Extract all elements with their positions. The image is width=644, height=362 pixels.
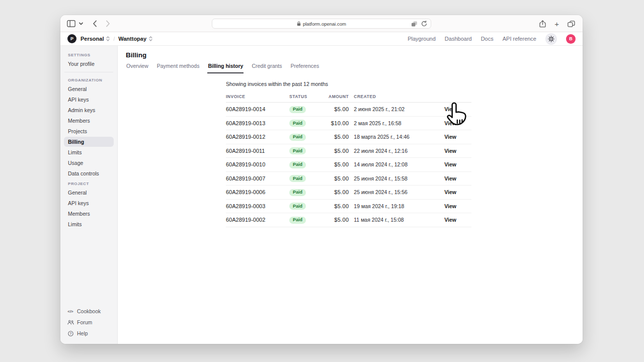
gear-icon	[548, 36, 554, 42]
tab-credit-grants[interactable]: Credit grants	[251, 61, 282, 73]
invoice-id: 60A28919-0006	[226, 186, 289, 200]
svg-text:?: ?	[69, 331, 71, 335]
header-nav: PlaygroundDashboardDocsAPI reference	[408, 36, 536, 42]
url-text: platform.openai.com	[303, 21, 346, 27]
invoice-row: 60A28919-0006 Paid $5.00 25 июня 2024 г.…	[226, 186, 471, 200]
platform-header: P Personal / Wanttopay PlaygroundDashboa…	[60, 32, 583, 46]
reload-icon[interactable]	[421, 21, 427, 27]
status-badge: Paid	[289, 120, 306, 127]
code-icon: </>	[67, 309, 74, 314]
invoice-amount: $10.00	[329, 116, 354, 130]
org-selector-chevrons-icon[interactable]	[106, 34, 110, 43]
view-invoice-link[interactable]: View	[444, 161, 456, 167]
invoice-amount: $5.00	[329, 130, 354, 144]
project-selector[interactable]: Wanttopay	[118, 36, 146, 42]
translate-icon[interactable]	[411, 21, 418, 27]
invoice-created: 25 июня 2024 г., 15:56	[354, 186, 436, 200]
invoice-row: 60A28919-0014 Paid $5.00 2 июня 2025 г.,…	[226, 103, 471, 117]
col-header-invoice: INVOICE	[226, 92, 289, 103]
invoice-row: 60A28919-0007 Paid $5.00 25 июня 2024 г.…	[226, 171, 471, 186]
view-invoice-link[interactable]: View	[444, 134, 456, 140]
project-selector-chevrons-icon[interactable]	[149, 34, 152, 43]
status-badge: Paid	[289, 106, 306, 113]
invoice-id: 60A28919-0003	[226, 199, 289, 213]
invoice-id: 60A28919-0002	[226, 213, 289, 227]
invoice-created: 2 июня 2025 г., 21:02	[354, 103, 436, 117]
invoice-row: 60A28919-0010 Paid $5.00 14 июля 2024 г.…	[226, 158, 471, 172]
sidebar-item-organization-billing[interactable]: Billing	[64, 137, 114, 147]
desktop: { "browser": { "url": "platform.openai.c…	[0, 0, 644, 362]
invoice-area: Showing invoices within the past 12 mont…	[226, 81, 471, 227]
col-header-status: STATUS	[289, 92, 329, 103]
header-nav-playground[interactable]: Playground	[408, 36, 436, 42]
col-header-actions	[436, 92, 471, 103]
view-invoice-link[interactable]: View	[444, 217, 456, 223]
invoice-created: 14 июля 2024 г., 12:08	[354, 158, 436, 172]
invoice-amount: $5.00	[329, 213, 354, 227]
tab-overview-icon[interactable]	[568, 21, 575, 27]
header-nav-dashboard[interactable]: Dashboard	[445, 36, 472, 42]
sidebar-item-organization-api-keys[interactable]: API keys	[64, 95, 114, 105]
invoice-amount: $5.00	[329, 186, 354, 200]
invoice-created: 22 июля 2024 г., 12:16	[354, 144, 436, 158]
sidebar-item-settings-your-profile[interactable]: Your profile	[64, 59, 114, 69]
view-invoice-link[interactable]: View	[444, 120, 456, 126]
share-icon[interactable]	[539, 20, 546, 28]
sidebar-item-organization-data-controls[interactable]: Data controls	[64, 168, 114, 178]
invoice-row: 60A28919-0011 Paid $5.00 22 июля 2024 г.…	[226, 144, 471, 158]
sidebar-item-cookbook[interactable]: </> Cookbook	[64, 307, 114, 316]
billing-tabs: OverviewPayment methodsBilling historyCr…	[126, 61, 319, 73]
invoice-amount: $5.00	[329, 158, 354, 172]
sidebar-item-organization-usage[interactable]: Usage	[64, 158, 114, 168]
sidebar-item-help[interactable]: ? Help	[64, 329, 114, 338]
sidebar-footer: </> Cookbook Forum ? Help	[64, 307, 114, 339]
invoice-created: 18 марта 2025 г., 14:46	[354, 130, 436, 144]
sidebar-item-organization-projects[interactable]: Projects	[64, 126, 114, 136]
sidebar-divider	[64, 72, 113, 72]
status-badge: Paid	[289, 189, 306, 196]
sidebar-footer-label: Forum	[77, 319, 92, 325]
invoice-id: 60A28919-0010	[226, 158, 289, 172]
sidebar-item-organization-admin-keys[interactable]: Admin keys	[64, 105, 114, 115]
invoice-id: 60A28919-0011	[226, 144, 289, 158]
sidebar-item-organization-members[interactable]: Members	[64, 116, 114, 126]
new-tab-icon[interactable]: +	[554, 20, 559, 28]
view-invoice-link[interactable]: View	[444, 148, 456, 154]
user-avatar[interactable]: B	[566, 34, 576, 44]
col-header-amount: AMOUNT	[329, 92, 354, 103]
sidebar-section-settings: SETTINGS	[64, 50, 114, 59]
sidebar-section-organization: ORGANIZATION	[64, 75, 114, 84]
invoice-id: 60A28919-0007	[226, 171, 289, 186]
sidebar-item-project-api-keys[interactable]: API keys	[64, 198, 114, 208]
org-selector[interactable]: Personal	[80, 36, 104, 42]
sidebar-toggle-icon[interactable]	[67, 20, 75, 27]
tab-payment-methods[interactable]: Payment methods	[156, 61, 200, 73]
tab-overview[interactable]: Overview	[126, 61, 149, 73]
tab-billing-history[interactable]: Billing history	[207, 61, 244, 73]
view-invoice-link[interactable]: View	[444, 203, 456, 209]
sidebar-footer-label: Cookbook	[77, 308, 101, 314]
view-invoice-link[interactable]: View	[444, 106, 456, 112]
back-button-icon[interactable]	[93, 20, 97, 27]
sidebar-item-project-limits[interactable]: Limits	[64, 219, 114, 229]
sidebar-chevron-down-icon[interactable]	[79, 22, 83, 25]
invoices-note: Showing invoices within the past 12 mont…	[226, 81, 471, 87]
header-nav-api-reference[interactable]: API reference	[503, 36, 536, 42]
view-invoice-link[interactable]: View	[444, 175, 456, 182]
sidebar-item-organization-general[interactable]: General	[64, 84, 114, 94]
invoice-row: 60A28919-0003 Paid $5.00 19 мая 2024 г.,…	[226, 199, 471, 213]
sidebar-item-organization-limits[interactable]: Limits	[64, 147, 114, 157]
address-bar[interactable]: platform.openai.com	[212, 19, 431, 29]
view-invoice-link[interactable]: View	[444, 189, 456, 195]
sidebar-item-project-general[interactable]: General	[64, 188, 114, 198]
forward-button-icon[interactable]	[106, 20, 110, 27]
tab-preferences[interactable]: Preferences	[290, 61, 320, 73]
invoice-id: 60A28919-0013	[226, 116, 289, 130]
invoice-row: 60A28919-0013 Paid $10.00 2 мая 2025 г.,…	[226, 116, 471, 130]
header-nav-docs[interactable]: Docs	[481, 36, 494, 42]
settings-gear-button[interactable]	[545, 33, 557, 45]
sidebar-item-forum[interactable]: Forum	[64, 318, 114, 327]
org-avatar: P	[67, 34, 76, 43]
sidebar-item-project-members[interactable]: Members	[64, 209, 114, 219]
status-badge: Paid	[289, 147, 306, 154]
